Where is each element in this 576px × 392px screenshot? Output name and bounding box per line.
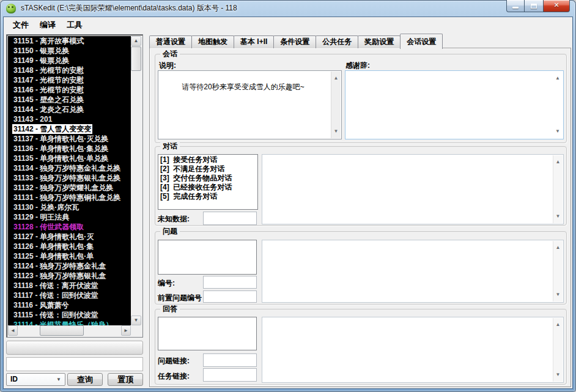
dialog-type-option[interactable]: [3] 交付任务物品对话 [158,174,257,183]
task-link-input[interactable] [203,368,257,382]
thanks-textarea[interactable]: ▲ ▼ [345,70,564,139]
task-list-item[interactable]: 31133 - 独身万岁特惠银礼盒兑换 [8,173,131,183]
task-list-item[interactable]: 31123 - 独身万岁特惠银礼盒 [8,271,131,281]
task-list-item[interactable]: 31134 - 独身万岁特惠金礼盒兑换 [8,163,131,173]
answer-scrollbar[interactable]: ▲ ▼ [553,318,563,382]
task-list-item[interactable]: 31131 - 独身万岁特惠铜礼盒兑换 [8,193,131,202]
pre-number-input[interactable] [203,290,257,303]
close-button[interactable]: ✕ [543,0,570,12]
dialog-scrollbar[interactable]: ▲ ▼ [553,155,563,223]
progress-bar [6,341,143,355]
question-link-input[interactable] [203,353,257,367]
task-list-item[interactable]: 31145 - 壁垒之石兑换 [8,95,131,105]
minimize-icon [512,7,519,9]
scroll-down-icon[interactable]: ▼ [556,290,561,300]
tab[interactable]: 条件设置 [273,35,316,48]
question-link-label: 问题链接: [158,356,190,366]
task-list-item[interactable]: 31115 - 传送：回到伏波堂 [8,310,131,320]
task-list-item[interactable]: 31137 - 单身情歌礼包·灭兑换 [8,134,131,144]
scroll-up-icon[interactable]: ▲ [556,157,561,167]
dialog-type-option[interactable]: [1] 接受任务对话 [158,155,257,165]
question-textarea[interactable]: ▲ ▼ [262,240,564,303]
scroll-right-icon[interactable]: ► [121,325,131,336]
number-input[interactable] [203,276,257,289]
scroll-up-icon[interactable]: ▲ [555,73,560,83]
scroll-down-icon[interactable]: ▼ [556,370,561,380]
task-list-item[interactable]: 31117 - 传送：回到伏波堂 [8,290,131,300]
tab[interactable]: 普通设置 [149,35,192,48]
scroll-left-icon[interactable]: ◄ [8,325,18,336]
scroll-down-icon[interactable]: ▼ [556,212,561,221]
dialog-textarea[interactable]: ▲ ▼ [262,154,564,224]
client-area: 文件编译工具 31151 - 离开故事模式 31150 - 银票兑换 31149… [4,17,572,388]
search-input[interactable] [6,357,143,371]
thanks-scrollbar[interactable]: ▲ ▼ [553,72,563,138]
minimize-button[interactable] [506,0,525,12]
tab-strip: 普通设置地图触发基本 I+II条件设置公共任务奖励设置会话设置 [149,34,442,48]
answer-textarea[interactable]: ▲ ▼ [262,317,564,383]
task-list-item[interactable]: 31114 - 光棍节最快乐（独身） [8,320,131,325]
desc-textarea[interactable]: 请等待20秒来享受变成雪人的乐趣吧~ ▲ ▼ [158,70,342,139]
task-list-item[interactable]: 31136 - 单身情歌礼包·集兑换 [8,144,131,153]
task-list-item[interactable]: 31129 - 明王法典 [8,212,131,222]
task-list-item[interactable]: 31147 - 光棍节的安慰 [8,75,131,85]
scrollbar-corner [131,325,141,336]
scroll-up-icon[interactable]: ▲ [556,243,561,253]
menu-item[interactable]: 编译 [34,18,61,32]
scroll-down-icon[interactable]: ▼ [334,127,339,136]
menu-item[interactable]: 文件 [7,18,34,32]
task-list-item[interactable]: 31151 - 离开故事模式 [8,36,131,46]
task-list-item[interactable]: 31146 - 光棍节的安慰 [8,85,131,95]
unknown-data-input[interactable] [203,212,257,225]
scroll-up-icon[interactable]: ▲ [131,36,141,46]
window-controls: ✕ [506,0,570,12]
scroll-down-icon[interactable]: ▼ [555,127,560,136]
task-list-item[interactable]: 31118 - 传送：离开伏波堂 [8,281,131,290]
query-button[interactable]: 查询 [67,373,103,386]
task-list-item[interactable]: 31144 - 龙炎之石兑换 [8,105,131,114]
question-scrollbar[interactable]: ▲ ▼ [553,241,563,301]
task-list-item[interactable]: 31127 - 单身情歌礼包·灭 [8,232,131,242]
number-label: 编号: [158,278,175,289]
task-list-vertical-scrollbar[interactable]: ▲ ▼ [131,36,141,325]
task-list-item[interactable]: 31132 - 独身万岁荣耀礼盒兑换 [8,183,131,193]
answer-group-title: 回答 [160,305,180,313]
menu-bar: 文件编译工具 [4,17,572,33]
dialog-type-option[interactable]: [4] 已经接收任务对话 [158,183,257,192]
task-list-item[interactable]: 31148 - 光棍节的安慰 [8,65,131,75]
scroll-up-icon[interactable]: ▲ [334,73,339,83]
tab[interactable]: 基本 I+II [234,35,274,48]
task-list-item[interactable]: 31124 - 独身万岁特惠金礼盒 [8,261,131,271]
scroll-up-icon[interactable]: ▲ [556,320,561,330]
vertical-scroll-thumb[interactable] [131,46,141,71]
tab[interactable]: 地图触发 [191,35,234,48]
dialog-type-option[interactable]: [5] 完成任务对话 [158,192,257,201]
task-list-horizontal-scrollbar[interactable]: ◄ ► [8,325,131,336]
horizontal-scroll-thumb[interactable] [40,325,84,336]
search-mode-combo[interactable]: ID ▼ [6,373,65,386]
tab[interactable]: 奖励设置 [358,35,401,48]
scroll-down-icon[interactable]: ▼ [131,316,141,325]
task-list-item[interactable]: 31130 - 兑换·席尔瓦 [8,202,131,212]
question-listbox[interactable] [158,240,257,275]
tab[interactable]: 会话设置 [400,34,443,49]
task-list-item[interactable]: 31149 - 银票兑换 [8,56,131,65]
answer-listbox[interactable] [158,317,257,350]
task-list-item[interactable]: 31135 - 单身情歌礼包·单兑换 [8,153,131,163]
question-group-title: 问题 [160,227,180,235]
task-list-item[interactable]: 31126 - 单身情歌礼包·集 [8,242,131,251]
task-list-item[interactable]: 31128 - 传世武器领取 [8,222,131,232]
title-bar[interactable]: sTASKedit (E:\完美国际荣耀\element\data\tasks.… [0,0,576,17]
pin-button[interactable]: 置顶 [108,373,143,386]
task-list-item[interactable]: 31125 - 单身情歌礼包·单 [8,251,131,261]
maximize-button[interactable] [525,0,543,12]
task-list-item[interactable]: 31143 - 201 [8,114,131,124]
desc-scrollbar[interactable]: ▲ ▼ [331,72,341,138]
task-list-item[interactable]: 31116 - 风萧萧兮 [8,300,131,310]
task-list-item[interactable]: 31142 - 雪人雪人变变变 [8,124,131,134]
unknown-data-label: 未知数据: [158,214,190,224]
task-list-item[interactable]: 31150 - 银票兑换 [8,46,131,56]
dialog-type-option[interactable]: [2] 不满足任务对话 [158,165,257,174]
menu-item[interactable]: 工具 [61,18,88,32]
tab[interactable]: 公共任务 [316,35,358,48]
